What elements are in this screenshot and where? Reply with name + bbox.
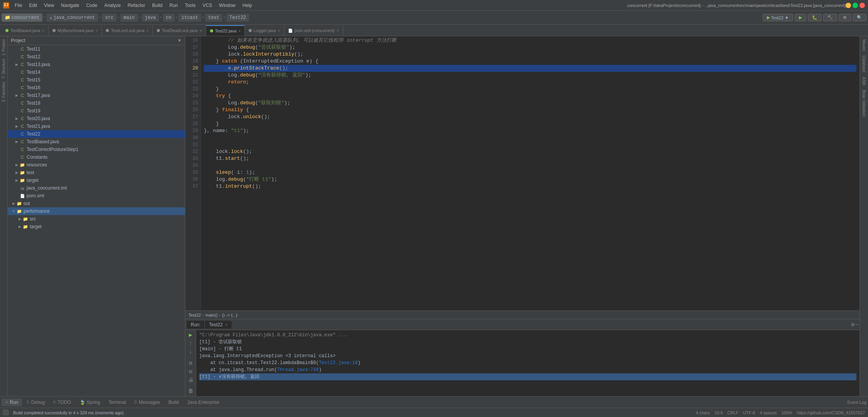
- bottom-tab-todo[interactable]: 6: TODO: [49, 398, 75, 406]
- tree-arrow[interactable]: ▶: [14, 63, 19, 66]
- run-tab-test22[interactable]: Test22 ×: [205, 321, 231, 329]
- run-config-selector[interactable]: ▶ Test22 ▼: [763, 14, 793, 21]
- right-label-asm[interactable]: ASM: [862, 77, 866, 85]
- menu-refactor[interactable]: Refactor: [125, 2, 148, 9]
- tree-item-test15[interactable]: C Test15: [8, 76, 185, 84]
- tree-item-pomxml[interactable]: 📄 pom.xml: [8, 192, 185, 200]
- code-editor[interactable]: 16 17 18 19 20 21 22 23 24 25 26 27 28 2…: [185, 36, 860, 310]
- breadcrumb-test22[interactable]: Test22: [226, 14, 249, 22]
- bottom-tab-run[interactable]: 4: Run: [2, 398, 22, 406]
- git-branch[interactable]: https://github.com/CSDN_41557627: [797, 410, 865, 415]
- tree-item-performance-src[interactable]: ▶ 📁 src: [8, 215, 185, 223]
- search-button[interactable]: 🔍: [853, 14, 866, 21]
- tree-arrow[interactable]: ▶: [14, 171, 19, 175]
- tree-item-test19[interactable]: C Test19: [8, 107, 185, 115]
- code-content[interactable]: // 如果有竞争就进入阻塞队列, 可以被其它线程用 interrupt 方法打断…: [201, 36, 860, 310]
- tab-logger[interactable]: Logger.java ×: [245, 25, 284, 36]
- tree-arrow-performance[interactable]: ▼: [11, 209, 16, 213]
- right-label-bean[interactable]: Bean Validation: [862, 90, 866, 117]
- menu-view[interactable]: View: [41, 2, 57, 9]
- tab-close-icon[interactable]: ×: [42, 29, 44, 33]
- tree-arrow[interactable]: ▶: [14, 124, 19, 128]
- tree-item-testcorrect[interactable]: C TestCorrectPostureStep1: [8, 146, 185, 153]
- close-button[interactable]: [860, 3, 865, 8]
- line-separator[interactable]: CRLF: [727, 410, 739, 415]
- bottom-tab-messages[interactable]: 0: Messages: [131, 398, 164, 406]
- encoding[interactable]: UTF-8: [743, 410, 755, 415]
- tree-arrow[interactable]: ▶: [14, 178, 19, 182]
- right-label-database[interactable]: Database: [862, 56, 866, 72]
- tree-item-test12[interactable]: C Test12: [8, 53, 185, 61]
- breadcrumb-src[interactable]: src: [102, 14, 117, 22]
- tree-arrow[interactable]: ▶: [14, 163, 19, 167]
- breadcrumb-test[interactable]: test: [205, 14, 222, 22]
- tab-testbiased[interactable]: TestBiased.java ×: [2, 25, 49, 36]
- maximize-button[interactable]: [853, 3, 858, 8]
- menu-build[interactable]: Build: [149, 2, 166, 9]
- run-print-button[interactable]: 🖨: [186, 376, 195, 383]
- breadcrumb-cn[interactable]: cn: [163, 14, 175, 22]
- breadcrumb-itcast[interactable]: itcast: [178, 14, 201, 22]
- tree-item-test16[interactable]: C Test16: [8, 84, 185, 92]
- tree-arrow[interactable]: ▶: [11, 202, 16, 205]
- tree-item-test-folder[interactable]: ▶ 📁 test: [8, 169, 185, 176]
- tab-close-icon[interactable]: ×: [200, 29, 202, 33]
- menu-vcs[interactable]: VCS: [200, 2, 215, 9]
- menu-code[interactable]: Code: [83, 2, 100, 9]
- tab-pomxml[interactable]: 📄 pom.xml (concurrent) ×: [284, 25, 343, 36]
- tree-item-test11[interactable]: C Test11: [8, 45, 185, 53]
- run-settings-icon[interactable]: ⚙: [851, 321, 854, 328]
- breadcrumb-java-concurrent[interactable]: ☕ java_concurrent: [46, 14, 98, 22]
- indent-size[interactable]: 4 spaces: [760, 410, 777, 415]
- run-button[interactable]: ▶: [795, 14, 806, 21]
- menu-navigate[interactable]: Navigate: [58, 2, 82, 9]
- tree-item-performance[interactable]: ▼ 📁 performance: [8, 207, 185, 215]
- menu-window[interactable]: Window: [216, 2, 239, 9]
- bottom-tab-build[interactable]: Build: [164, 398, 183, 406]
- menu-run[interactable]: Run: [166, 2, 181, 9]
- sidebar-label-structure[interactable]: 7: Structure: [2, 59, 6, 79]
- breadcrumb-concurrent[interactable]: 📁 concurrent: [2, 14, 42, 22]
- tree-item-test20[interactable]: ▶ C Test20.java: [8, 115, 185, 122]
- tree-arrow[interactable]: ▶: [14, 140, 19, 144]
- breadcrumb-main[interactable]: main: [120, 14, 138, 22]
- run-stop-button[interactable]: ↑: [186, 340, 195, 347]
- menu-tools[interactable]: Tools: [182, 2, 199, 9]
- tab-mybenchmark[interactable]: MyBenchmark.java ×: [49, 25, 102, 36]
- menu-help[interactable]: Help: [239, 2, 255, 9]
- tab-close-icon[interactable]: ×: [146, 29, 149, 33]
- run-tab-close[interactable]: ×: [225, 322, 227, 327]
- tree-item-test13[interactable]: ▶ C Test13.java: [8, 61, 185, 68]
- tab-close-icon[interactable]: ×: [278, 29, 280, 33]
- tree-item-performance-target[interactable]: ▶ 📁 target: [8, 223, 185, 231]
- right-label-maven[interactable]: Maven: [862, 39, 866, 51]
- bottom-tab-debug[interactable]: 5: Debug: [23, 398, 49, 406]
- run-minimize-icon[interactable]: —: [855, 322, 858, 327]
- tab-close-icon[interactable]: ×: [337, 29, 339, 33]
- tab-close-icon[interactable]: ×: [95, 29, 98, 33]
- tree-item-iml[interactable]: 🗂 java_concurrent.iml: [8, 184, 185, 192]
- tree-item-test22[interactable]: C Test22: [8, 130, 185, 138]
- run-rerun-button[interactable]: ↓: [186, 348, 195, 355]
- tree-arrow[interactable]: ▶: [14, 93, 19, 97]
- tree-item-constants[interactable]: C Constants: [8, 153, 185, 161]
- tree-item-out[interactable]: ▶ 📁 out: [8, 200, 185, 207]
- tree-item-test21[interactable]: ▶ C Test21.java: [8, 122, 185, 130]
- cursor-position[interactable]: 10:9: [714, 410, 722, 415]
- menu-file[interactable]: File: [12, 2, 25, 9]
- debug-button[interactable]: 🐛: [808, 14, 822, 21]
- build-button[interactable]: 🔨: [823, 14, 837, 21]
- tree-item-test14[interactable]: C Test14: [8, 68, 185, 76]
- sidebar-label-project[interactable]: 1: Project: [2, 39, 6, 56]
- tree-item-test18[interactable]: C Test18: [8, 99, 185, 107]
- run-filter-button[interactable]: ⊟: [186, 360, 195, 367]
- menu-edit[interactable]: Edit: [26, 2, 40, 9]
- tree-arrow[interactable]: ▶: [17, 217, 22, 221]
- tab-close-icon[interactable]: ×: [238, 29, 241, 33]
- breadcrumb-java[interactable]: java: [142, 14, 159, 22]
- tree-arrow[interactable]: ▶: [17, 225, 22, 229]
- menu-bar[interactable]: File Edit View Navigate Code Analyze Ref…: [12, 2, 619, 9]
- tab-testlivelock[interactable]: TestLiveLock.java ×: [102, 25, 153, 36]
- run-fold-button[interactable]: ⊟: [186, 368, 195, 375]
- run-play-button[interactable]: ▶: [186, 332, 195, 339]
